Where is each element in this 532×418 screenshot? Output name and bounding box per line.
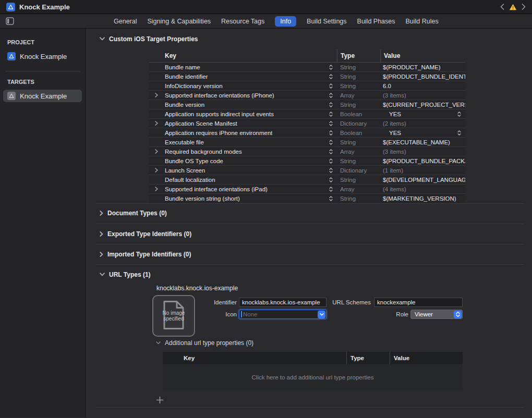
table-row[interactable]: Bundle OS Type code String $(PRODUCT_BUN…: [149, 156, 465, 166]
forward-button[interactable]: [522, 4, 526, 10]
property-value[interactable]: $(PRODUCT_NAME): [380, 64, 465, 70]
tab-signing-capabilities[interactable]: Signing & Capabilities: [147, 18, 211, 25]
sidebar-item-project[interactable]: Knock Example: [3, 50, 82, 63]
property-value[interactable]: $(PRODUCT_BUNDLE_IDENT: [380, 73, 465, 80]
tab-build-rules[interactable]: Build Rules: [406, 18, 439, 25]
chevron-down-icon[interactable]: [156, 341, 161, 345]
key-stepper-icon[interactable]: [329, 158, 333, 164]
additional-url-properties-header[interactable]: Additional url type properties (0): [156, 339, 253, 347]
property-value[interactable]: YES: [380, 130, 465, 136]
key-stepper-icon[interactable]: [329, 177, 333, 182]
disclosure-chevron-icon[interactable]: [155, 149, 161, 154]
section-imported-type-identifiers[interactable]: Imported Type Identifiers (0): [100, 250, 191, 258]
key-cell[interactable]: Application supports indirect input even…: [149, 111, 337, 117]
disclosure-chevron-icon[interactable]: [155, 168, 161, 173]
empty-table-message[interactable]: Click here to add additional url type pr…: [163, 364, 463, 390]
table-row[interactable]: Supported interface orientations (iPhone…: [149, 91, 465, 100]
role-popup-button[interactable]: Viewer: [410, 310, 463, 319]
table-row[interactable]: Application Scene Manifest Dictionary (2…: [149, 119, 465, 128]
column-header-key[interactable]: Key: [163, 355, 346, 361]
table-row[interactable]: InfoDictionary version String 6.0: [149, 81, 465, 91]
property-value[interactable]: $(CURRENT_PROJECT_VERS: [380, 102, 465, 108]
key-cell[interactable]: Application Scene Manifest: [149, 120, 337, 127]
key-stepper-icon[interactable]: [329, 93, 333, 98]
key-stepper-icon[interactable]: [329, 149, 333, 154]
chevron-right-icon[interactable]: [100, 231, 103, 237]
key-cell[interactable]: Application requires iPhone environment: [149, 130, 337, 136]
table-row[interactable]: Launch Screen Dictionary (1 item): [149, 166, 465, 175]
property-value[interactable]: YES: [380, 111, 465, 117]
key-cell[interactable]: Bundle identifier: [149, 73, 337, 80]
key-cell[interactable]: Bundle name: [149, 64, 337, 70]
key-cell[interactable]: Bundle version string (short): [149, 195, 337, 202]
table-row[interactable]: Required background modes Array (3 items…: [149, 147, 465, 156]
sidebar-toggle-button[interactable]: [6, 17, 14, 25]
tab-general[interactable]: General: [114, 18, 137, 25]
key-cell[interactable]: Bundle OS Type code: [149, 158, 337, 164]
key-stepper-icon[interactable]: [329, 130, 333, 136]
disclosure-chevron-icon[interactable]: [155, 187, 161, 191]
property-value[interactable]: $(PRODUCT_BUNDLE_PACKA: [380, 158, 465, 164]
sidebar-item-target[interactable]: Knock Example: [3, 90, 82, 102]
icon-combobox[interactable]: None: [239, 310, 327, 319]
section-exported-type-identifiers[interactable]: Exported Type Identifiers (0): [100, 230, 191, 238]
table-row[interactable]: Application supports indirect input even…: [149, 109, 465, 119]
property-value[interactable]: (1 item): [380, 167, 465, 174]
key-cell[interactable]: Supported interface orientations (iPhone…: [149, 92, 337, 99]
popup-updown-icon[interactable]: [454, 311, 462, 318]
chevron-right-icon[interactable]: [100, 252, 103, 257]
property-value[interactable]: $(EXECUTABLE_NAME): [380, 139, 465, 145]
key-stepper-icon[interactable]: [329, 83, 333, 89]
chevron-down-icon[interactable]: [100, 37, 105, 41]
key-stepper-icon[interactable]: [329, 187, 333, 192]
key-cell[interactable]: Required background modes: [149, 149, 337, 155]
table-row[interactable]: Supported interface orientations (iPad) …: [149, 185, 465, 194]
column-header-type[interactable]: Type: [337, 50, 380, 62]
section-document-types[interactable]: Document Types (0): [100, 209, 167, 217]
key-stepper-icon[interactable]: [329, 121, 333, 126]
key-cell[interactable]: Supported interface orientations (iPad): [149, 186, 337, 192]
warning-icon[interactable]: [509, 4, 517, 10]
property-value[interactable]: (4 items): [380, 186, 465, 192]
property-value[interactable]: $(DEVELOPMENT_LANGUAGI: [380, 177, 465, 183]
key-cell[interactable]: Executable file: [149, 139, 337, 145]
table-row[interactable]: Bundle name String $(PRODUCT_NAME): [149, 63, 465, 72]
table-row[interactable]: Bundle version string (short) String $(M…: [149, 194, 465, 203]
key-stepper-icon[interactable]: [329, 102, 333, 107]
column-header-value[interactable]: Value: [390, 352, 463, 364]
property-value[interactable]: (3 items): [380, 92, 465, 99]
table-row[interactable]: Bundle identifier String $(PRODUCT_BUNDL…: [149, 72, 465, 81]
section-url-types[interactable]: URL Types (1): [100, 271, 151, 278]
tab-build-settings[interactable]: Build Settings: [307, 18, 346, 25]
table-row[interactable]: Application requires iPhone environment …: [149, 128, 465, 138]
tab-build-phases[interactable]: Build Phases: [357, 18, 395, 25]
key-cell[interactable]: Launch Screen: [149, 167, 337, 174]
property-value[interactable]: (3 items): [380, 149, 465, 155]
column-header-value[interactable]: Value: [380, 50, 465, 62]
combobox-chevron-down-icon[interactable]: [318, 311, 325, 318]
add-url-type-button[interactable]: [154, 395, 165, 405]
boolean-stepper-icon[interactable]: [457, 112, 461, 117]
disclosure-chevron-icon[interactable]: [155, 93, 161, 97]
back-button[interactable]: [500, 4, 504, 10]
column-header-key[interactable]: Key: [149, 52, 337, 59]
key-stepper-icon[interactable]: [329, 65, 333, 70]
key-stepper-icon[interactable]: [329, 196, 333, 201]
key-cell[interactable]: Default localization: [149, 177, 337, 183]
table-row[interactable]: Default localization String $(DEVELOPMEN…: [149, 175, 465, 185]
chevron-right-icon[interactable]: [100, 211, 103, 216]
key-stepper-icon[interactable]: [329, 112, 333, 117]
property-value[interactable]: $(MARKETING_VERSION): [380, 195, 465, 202]
key-cell[interactable]: Bundle version: [149, 102, 337, 108]
key-stepper-icon[interactable]: [329, 74, 333, 79]
chevron-down-icon[interactable]: [100, 273, 105, 276]
section-custom-ios-target-properties[interactable]: Custom iOS Target Properties: [100, 35, 198, 43]
tab-info[interactable]: Info: [275, 16, 296, 27]
disclosure-chevron-icon[interactable]: [155, 121, 161, 126]
key-stepper-icon[interactable]: [329, 168, 333, 173]
column-header-type[interactable]: Type: [346, 352, 390, 364]
table-row[interactable]: Executable file String $(EXECUTABLE_NAME…: [149, 138, 465, 147]
boolean-stepper-icon[interactable]: [457, 130, 461, 136]
table-row[interactable]: Bundle version String $(CURRENT_PROJECT_…: [149, 100, 465, 109]
tab-resource-tags[interactable]: Resource Tags: [221, 18, 264, 25]
